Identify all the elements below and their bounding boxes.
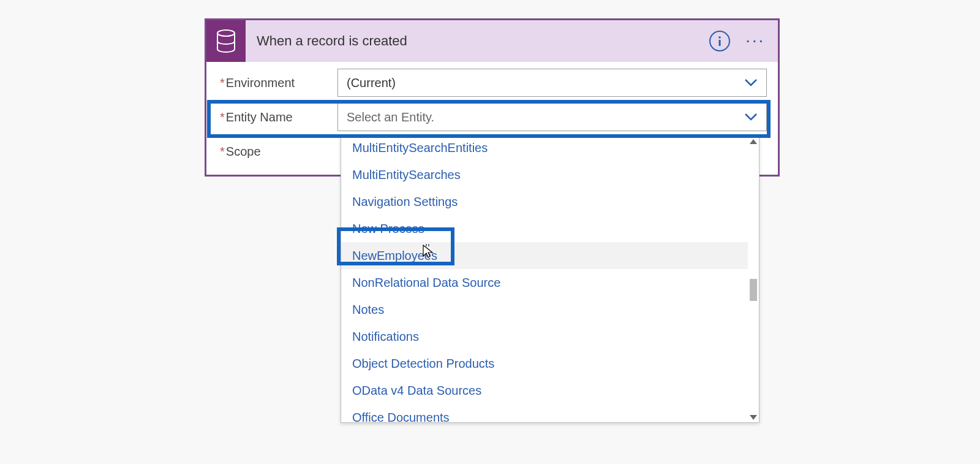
card-header: When a record is created ··· xyxy=(206,20,778,62)
required-marker: * xyxy=(220,76,225,90)
entity-placeholder: Select an Entity. xyxy=(347,110,434,124)
entity-dropdown: MultiEntitySearchEntitiesMultiEntitySear… xyxy=(341,136,760,423)
entity-option[interactable]: Navigation Settings xyxy=(341,188,748,215)
more-actions-icon[interactable]: ··· xyxy=(746,34,766,48)
label-scope-text: Scope xyxy=(226,145,261,159)
entity-option[interactable]: Notes xyxy=(341,296,748,323)
entity-option[interactable]: NewEmployees xyxy=(341,242,748,269)
entity-option[interactable]: NonRelational Data Source xyxy=(341,269,748,296)
entity-select[interactable]: Select an Entity. xyxy=(337,103,767,131)
scroll-down-icon[interactable] xyxy=(750,415,757,420)
scrollbar[interactable] xyxy=(749,139,758,420)
entity-option[interactable]: MultiEntitySearchEntities xyxy=(341,137,748,161)
entity-option[interactable]: Object Detection Products xyxy=(341,350,748,377)
entity-option[interactable]: Notifications xyxy=(341,323,748,350)
scroll-up-icon[interactable] xyxy=(750,139,757,144)
row-environment: * Environment (Current) xyxy=(209,66,775,100)
label-environment-text: Environment xyxy=(226,76,295,90)
card-title: When a record is created xyxy=(246,33,709,49)
entity-option[interactable]: Office Documents xyxy=(341,404,748,422)
svg-point-1 xyxy=(719,36,722,39)
chevron-down-icon xyxy=(744,78,758,87)
required-marker: * xyxy=(220,110,225,124)
svg-point-0 xyxy=(217,30,235,36)
label-entity-text: Entity Name xyxy=(226,110,293,124)
required-marker: * xyxy=(220,145,225,159)
environment-value: (Current) xyxy=(347,76,396,90)
scrollbar-thumb[interactable] xyxy=(750,279,757,301)
entity-option[interactable]: New Process xyxy=(341,215,748,242)
entity-option[interactable]: MultiEntitySearches xyxy=(341,161,748,188)
label-entity: * Entity Name xyxy=(209,110,337,124)
database-icon xyxy=(206,20,246,62)
dropdown-inner: MultiEntitySearchEntitiesMultiEntitySear… xyxy=(341,137,759,422)
label-scope: * Scope xyxy=(209,145,337,159)
row-entity: * Entity Name Select an Entity. xyxy=(209,100,775,134)
chevron-down-icon xyxy=(744,113,758,121)
entity-option[interactable]: OData v4 Data Sources xyxy=(341,377,748,404)
label-environment: * Environment xyxy=(209,76,337,90)
environment-select[interactable]: (Current) xyxy=(337,69,767,97)
svg-rect-2 xyxy=(719,40,721,46)
info-icon[interactable] xyxy=(709,31,730,51)
